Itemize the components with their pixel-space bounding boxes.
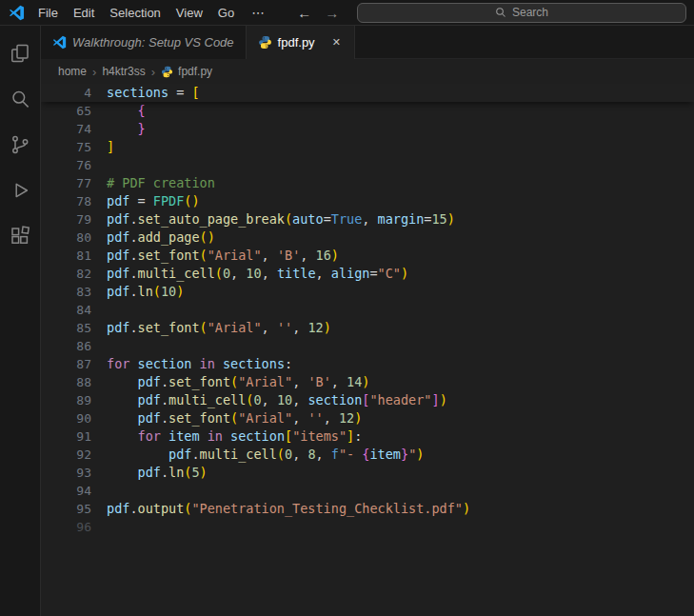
code-line[interactable]: 87for section in sections:	[41, 355, 694, 373]
line-number: 85	[41, 319, 91, 337]
code-text: pdf.set_font("Arial", '', 12)	[91, 319, 331, 337]
code-line[interactable]: 75]	[41, 138, 694, 156]
line-number: 82	[41, 265, 91, 283]
code-line[interactable]: 80pdf.add_page()	[41, 229, 694, 247]
breadcrumb-item[interactable]: fpdf.py	[178, 65, 212, 78]
code-text	[91, 156, 107, 174]
breadcrumb: home›h4ktr3ss›fpdf.py	[41, 59, 694, 84]
menu-file[interactable]: File	[30, 6, 66, 20]
code-text	[91, 337, 107, 355]
line-number: 87	[41, 355, 91, 373]
code-text: ]	[91, 138, 114, 156]
code-line[interactable]: 77# PDF creation	[41, 174, 694, 192]
code-line[interactable]: 79pdf.set_auto_page_break(auto=True, mar…	[41, 210, 694, 229]
vscode-icon	[52, 35, 67, 50]
extensions-icon[interactable]	[0, 213, 41, 259]
code-text: pdf.multi_cell(0, 10, section["header"])	[91, 391, 447, 409]
code-line[interactable]: 88 pdf.set_font("Arial", 'B', 14)	[41, 373, 694, 391]
code-line[interactable]: 65 {	[41, 102, 694, 120]
code-line[interactable]: 89 pdf.multi_cell(0, 10, section["header…	[41, 391, 694, 409]
code-text: pdf.set_font("Arial", 'B', 14)	[91, 373, 369, 391]
source-control-icon[interactable]	[0, 122, 41, 168]
menu-edit[interactable]: Edit	[66, 6, 102, 20]
search-icon	[495, 7, 506, 18]
forward-arrow-icon[interactable]: →	[325, 5, 339, 21]
code-text	[91, 301, 107, 319]
line-number: 65	[41, 102, 91, 120]
history-navigation: ← →	[297, 5, 339, 21]
run-debug-icon[interactable]	[0, 168, 41, 213]
code-text: pdf.multi_cell(0, 8, f"- {item}")	[91, 446, 424, 464]
line-number: 4	[41, 84, 91, 102]
tab-bar: Walkthrough: Setup VS Codefpdf.py✕	[41, 26, 694, 59]
line-number: 90	[41, 409, 91, 427]
code-text: {	[91, 102, 146, 120]
back-arrow-icon[interactable]: ←	[297, 5, 311, 21]
breadcrumb-separator: ›	[150, 65, 156, 79]
tab-label: fpdf.py	[278, 35, 315, 50]
code-line[interactable]: 84	[41, 301, 694, 319]
code-line[interactable]: 91 for item in section["items"]:	[41, 427, 694, 446]
code-text: pdf.ln(10)	[91, 283, 184, 301]
code-text: pdf = FPDF()	[91, 192, 200, 210]
code-text: # PDF creation	[91, 174, 215, 192]
code-line[interactable]: 85pdf.set_font("Arial", '', 12)	[41, 319, 694, 337]
line-number: 81	[41, 247, 91, 265]
code-line[interactable]: 76	[41, 156, 694, 174]
tab-fpdf-py[interactable]: fpdf.py✕	[247, 26, 355, 59]
command-center-search[interactable]: Search	[357, 3, 686, 23]
code-text: pdf.ln(5)	[91, 464, 208, 482]
menu-view[interactable]: View	[169, 6, 210, 20]
code-text: pdf.multi_cell(0, 10, title, align="C")	[91, 265, 408, 283]
breadcrumb-item[interactable]: h4ktr3ss	[102, 65, 145, 78]
code-editor[interactable]: 4sections = [ 65 {74 }75]7677# PDF creat…	[41, 84, 694, 616]
line-number: 93	[41, 464, 91, 482]
code-line[interactable]: 82pdf.multi_cell(0, 10, title, align="C"…	[41, 265, 694, 283]
title-bar: FileEditSelectionViewGo ⋯ ← → Search	[0, 0, 694, 26]
code-text: pdf.set_font("Arial", '', 12)	[91, 409, 362, 427]
line-number: 95	[41, 500, 91, 518]
breadcrumb-item[interactable]: home	[58, 65, 87, 78]
line-number: 84	[41, 301, 91, 319]
code-line[interactable]: 96	[41, 518, 694, 536]
line-number: 92	[41, 446, 91, 464]
line-number: 76	[41, 156, 91, 174]
tab-walkthrough-setup-vs-code[interactable]: Walkthrough: Setup VS Code	[41, 26, 247, 59]
code-text: pdf.set_auto_page_break(auto=True, margi…	[91, 210, 455, 229]
code-line[interactable]: 74 }	[41, 120, 694, 138]
activity-bar	[0, 26, 41, 616]
code-line[interactable]: 93 pdf.ln(5)	[41, 464, 694, 482]
close-icon[interactable]: ✕	[330, 35, 343, 50]
code-line[interactable]: 92 pdf.multi_cell(0, 8, f"- {item}")	[41, 446, 694, 464]
code-line[interactable]: 83pdf.ln(10)	[41, 283, 694, 301]
line-number: 75	[41, 138, 91, 156]
code-line[interactable]: 86	[41, 337, 694, 355]
more-menu-button[interactable]: ⋯	[244, 5, 272, 20]
breadcrumb-separator: ›	[91, 65, 97, 79]
menu-selection[interactable]: Selection	[102, 6, 168, 20]
code-line[interactable]: 90 pdf.set_font("Arial", '', 12)	[41, 409, 694, 427]
line-number: 88	[41, 373, 91, 391]
line-number: 74	[41, 120, 91, 138]
menu-bar: FileEditSelectionViewGo	[30, 6, 242, 20]
search-icon[interactable]	[0, 76, 41, 122]
code-line[interactable]: 95pdf.output("Penetration_Testing_Checkl…	[41, 500, 694, 518]
line-number: 91	[41, 427, 91, 446]
code-text: pdf.set_font("Arial", 'B', 16)	[91, 247, 339, 265]
code-line[interactable]: 94	[41, 482, 694, 500]
code-text: for section in sections:	[91, 355, 292, 373]
code-line[interactable]: 4sections = [	[41, 84, 694, 102]
line-number: 78	[41, 192, 91, 210]
line-number: 94	[41, 482, 91, 500]
menu-go[interactable]: Go	[210, 6, 242, 20]
code-text: pdf.add_page()	[91, 229, 215, 247]
sticky-scroll[interactable]: 4sections = [	[41, 84, 694, 102]
search-placeholder: Search	[512, 6, 548, 19]
line-number: 77	[41, 174, 91, 192]
python-icon	[258, 35, 272, 50]
code-text: for item in section["items"]:	[91, 427, 362, 446]
explorer-icon[interactable]	[0, 30, 41, 76]
code-line[interactable]: 78pdf = FPDF()	[41, 192, 694, 210]
code-line[interactable]: 81pdf.set_font("Arial", 'B', 16)	[41, 247, 694, 265]
tab-label: Walkthrough: Setup VS Code	[72, 35, 234, 50]
